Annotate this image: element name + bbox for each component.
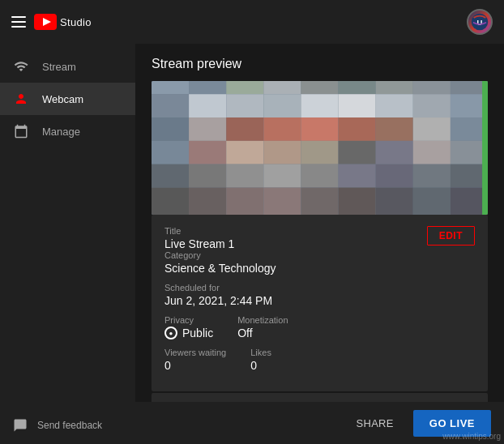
svg-rect-40 [451, 141, 488, 164]
manage-nav-icon [13, 123, 29, 139]
privacy-value-row: ● Public [164, 327, 213, 339]
category-label: Category [164, 250, 475, 260]
svg-rect-28 [339, 117, 376, 141]
youtube-icon [34, 14, 57, 30]
title-value: Live Stream 1 [164, 237, 234, 250]
avatar-icon: U [471, 13, 489, 31]
svg-rect-18 [301, 94, 338, 117]
svg-rect-6 [189, 81, 226, 94]
likes-value: 0 [250, 359, 271, 372]
privacy-monetization-row: Privacy ● Public Monetization Off [164, 315, 475, 339]
svg-rect-12 [413, 81, 451, 94]
hamburger-icon[interactable] [11, 16, 26, 28]
stream-preview-image [152, 81, 488, 215]
webcam-nav-icon [13, 91, 29, 107]
svg-rect-8 [263, 81, 301, 94]
svg-rect-14 [152, 94, 189, 117]
svg-rect-30 [413, 117, 451, 141]
main-content: U Stream preview [135, 0, 504, 444]
logo: Studio [34, 14, 92, 30]
svg-rect-43 [226, 164, 263, 188]
privacy-value: Public [182, 327, 213, 339]
feedback-label: Send feedback [37, 420, 102, 431]
svg-rect-51 [189, 187, 226, 215]
top-bar: U [135, 0, 504, 44]
svg-rect-49 [451, 164, 488, 188]
sidebar: Studio Stream Webcam [0, 0, 135, 444]
svg-rect-32 [152, 141, 189, 164]
svg-rect-57 [413, 187, 451, 215]
svg-rect-17 [263, 94, 301, 117]
svg-rect-16 [226, 94, 263, 117]
category-value: Science & Technology [164, 262, 475, 275]
viewers-label: Viewers waiting [164, 348, 226, 357]
footer-actions: SHARE GO LIVE [135, 402, 504, 444]
sidebar-item-stream[interactable]: Stream [0, 50, 135, 83]
svg-rect-45 [301, 164, 338, 188]
svg-rect-37 [339, 141, 376, 164]
stream-area: Stream preview [135, 44, 504, 402]
svg-rect-38 [376, 141, 413, 164]
svg-rect-11 [376, 81, 413, 94]
svg-rect-50 [152, 187, 189, 215]
webcam-nav-label: Webcam [42, 93, 83, 105]
scheduled-row: Scheduled for Jun 2, 2021, 2:44 PM [164, 283, 475, 307]
avatar[interactable]: U [467, 9, 493, 35]
svg-rect-34 [226, 141, 263, 164]
svg-rect-26 [263, 117, 301, 141]
svg-rect-13 [451, 81, 488, 94]
stream-preview-title: Stream preview [152, 57, 488, 71]
svg-rect-22 [451, 94, 488, 117]
svg-rect-44 [263, 164, 301, 188]
svg-rect-55 [339, 187, 376, 215]
monetization-value: Off [237, 327, 288, 339]
svg-rect-53 [263, 187, 301, 215]
svg-rect-41 [152, 164, 189, 188]
svg-rect-25 [226, 117, 263, 141]
svg-rect-20 [376, 94, 413, 117]
svg-rect-21 [413, 94, 451, 117]
go-live-button[interactable]: GO LIVE [413, 410, 491, 437]
svg-rect-42 [189, 164, 226, 188]
device-selectors: Logitech HD Webcam C615 (046d:082c) ▾ De… [152, 393, 488, 402]
monetization-label: Monetization [237, 315, 288, 325]
sidebar-item-webcam[interactable]: Webcam [0, 83, 135, 115]
svg-rect-9 [301, 81, 338, 94]
svg-rect-58 [451, 187, 488, 215]
svg-rect-59 [482, 81, 488, 215]
svg-rect-54 [301, 187, 338, 215]
category-row: Category Science & Technology [164, 250, 475, 275]
title-row: Title Live Stream 1 EDIT [164, 226, 475, 250]
sidebar-header: Studio [0, 0, 135, 44]
public-icon: ● [164, 327, 177, 339]
svg-rect-5 [152, 81, 189, 94]
svg-text:U: U [477, 18, 483, 27]
stream-info-card: Title Live Stream 1 EDIT Category Scienc… [152, 215, 488, 391]
stream-nav-label: Stream [42, 61, 76, 73]
svg-rect-29 [376, 117, 413, 141]
svg-rect-39 [413, 141, 451, 164]
svg-rect-56 [376, 187, 413, 215]
svg-rect-19 [339, 94, 376, 117]
svg-rect-33 [189, 141, 226, 164]
scheduled-label: Scheduled for [164, 283, 475, 292]
sidebar-item-manage[interactable]: Manage [0, 115, 135, 147]
studio-label: Studio [60, 16, 92, 28]
sidebar-nav: Stream Webcam Manage [0, 50, 135, 147]
send-feedback-button[interactable]: Send feedback [0, 407, 135, 444]
share-button[interactable]: SHARE [344, 411, 404, 436]
likes-label: Likes [250, 348, 271, 357]
edit-button[interactable]: EDIT [427, 226, 475, 245]
manage-nav-label: Manage [42, 126, 80, 138]
svg-rect-31 [451, 117, 488, 141]
title-label: Title [164, 226, 234, 236]
svg-rect-27 [301, 117, 338, 141]
privacy-label: Privacy [164, 315, 213, 325]
svg-rect-48 [413, 164, 451, 188]
svg-rect-46 [339, 164, 376, 188]
feedback-icon [13, 418, 28, 433]
svg-rect-15 [189, 94, 226, 117]
stream-nav-icon [13, 58, 29, 75]
svg-rect-36 [301, 141, 338, 164]
svg-rect-47 [376, 164, 413, 188]
